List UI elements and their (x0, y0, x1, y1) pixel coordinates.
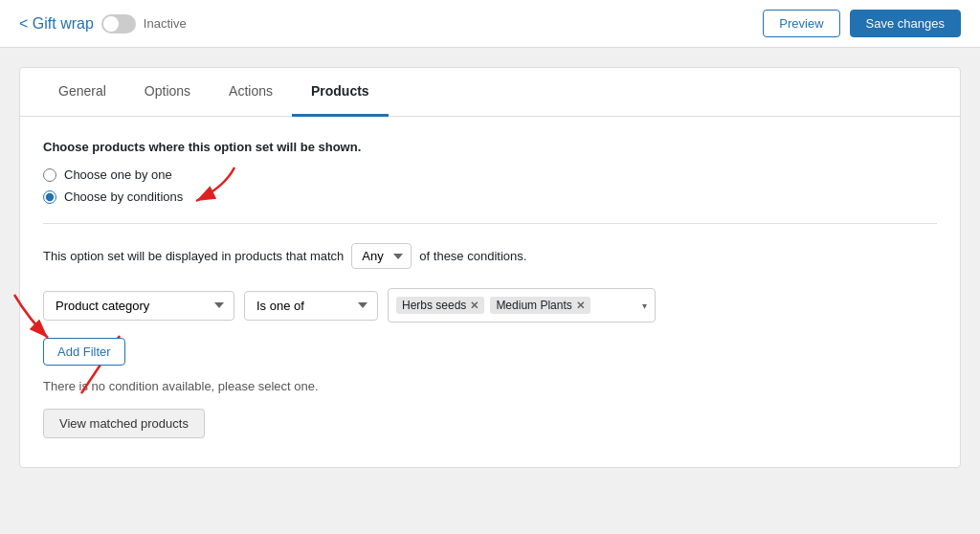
main-content: General Options Actions Products Choose … (0, 48, 980, 487)
tags-chevron-icon: ▾ (642, 300, 647, 311)
radio-input-one-by-one[interactable] (43, 168, 56, 182)
top-bar: < Gift wrap Inactive Preview Save change… (0, 0, 980, 48)
filter-condition-select[interactable]: Is one of (244, 291, 378, 321)
radio-one-by-one[interactable]: Choose one by one (43, 167, 937, 182)
tab-products-content: Choose products where this option set wi… (20, 117, 960, 467)
filter-category-select[interactable]: Product category (43, 291, 234, 321)
tabs: General Options Actions Products (20, 68, 960, 117)
back-link[interactable]: < Gift wrap (19, 15, 94, 33)
tab-products[interactable]: Products (292, 68, 389, 117)
top-bar-left: < Gift wrap Inactive (19, 14, 187, 33)
divider (43, 223, 937, 224)
match-any-select[interactable]: Any (351, 243, 412, 269)
add-filter-wrapper: Add Filter (43, 338, 125, 366)
status-label: Inactive (144, 16, 187, 31)
tag-medium-plants-close[interactable]: ✕ (576, 300, 585, 312)
tab-options[interactable]: Options (125, 68, 210, 117)
conditions-row: This option set will be displayed in pro… (43, 243, 937, 269)
tag-herbs-close[interactable]: ✕ (470, 300, 479, 312)
view-matched-button[interactable]: View matched products (43, 409, 205, 438)
conditions-text-before: This option set will be displayed in pro… (43, 249, 344, 263)
conditions-text-after: of these conditions. (419, 249, 526, 263)
save-button[interactable]: Save changes (850, 10, 961, 37)
preview-button[interactable]: Preview (763, 10, 839, 37)
tag-herbs: Herbs seeds ✕ (396, 297, 484, 314)
filter-row-wrapper: Product category Is one of Herbs seeds ✕… (43, 288, 937, 323)
radio-input-by-conditions[interactable] (43, 190, 56, 204)
section-label: Choose products where this option set wi… (43, 140, 937, 154)
status-toggle[interactable] (101, 14, 136, 33)
card: General Options Actions Products Choose … (19, 67, 961, 468)
no-condition-text: There is no condition available, please … (43, 379, 937, 393)
add-filter-button[interactable]: Add Filter (43, 338, 125, 366)
tags-input[interactable]: Herbs seeds ✕ Medium Plants ✕ ▾ (388, 288, 656, 323)
tag-herbs-label: Herbs seeds (402, 299, 466, 312)
top-bar-right: Preview Save changes (763, 10, 961, 37)
tab-general[interactable]: General (39, 68, 125, 117)
tab-actions[interactable]: Actions (210, 68, 292, 117)
tag-medium-plants: Medium Plants ✕ (490, 297, 590, 314)
filter-row: Product category Is one of Herbs seeds ✕… (43, 288, 937, 323)
radio-group-wrapper: Choose one by one Choose by conditions (43, 167, 937, 204)
radio-by-conditions[interactable]: Choose by conditions (43, 189, 937, 204)
radio-label-one-by-one: Choose one by one (64, 167, 172, 182)
radio-group: Choose one by one Choose by conditions (43, 167, 937, 204)
radio-label-by-conditions: Choose by conditions (64, 189, 183, 204)
toggle-wrapper: Inactive (101, 14, 187, 33)
tag-medium-plants-label: Medium Plants (496, 299, 571, 312)
